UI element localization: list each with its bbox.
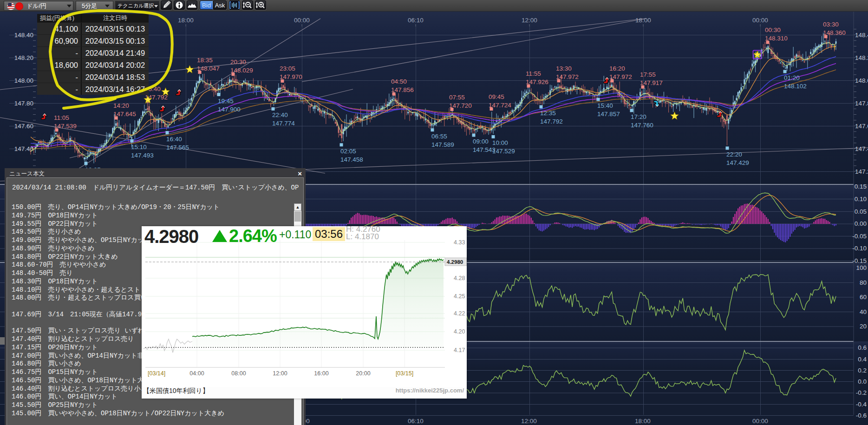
svg-text:147.972: 147.972 bbox=[609, 73, 632, 80]
svg-text:147.565: 147.565 bbox=[166, 144, 189, 151]
svg-text:147.917: 147.917 bbox=[640, 79, 663, 86]
svg-text:15:10: 15:10 bbox=[131, 144, 147, 150]
svg-text:4.2980: 4.2980 bbox=[447, 259, 463, 265]
svg-text:147.900: 147.900 bbox=[218, 106, 241, 113]
svg-text:09:45: 09:45 bbox=[489, 93, 504, 100]
svg-text:148.40: 148.40 bbox=[855, 32, 868, 39]
svg-text:17:55: 17:55 bbox=[640, 71, 656, 78]
svg-text:00:00: 00:00 bbox=[294, 17, 310, 24]
svg-text:147.529: 147.529 bbox=[492, 148, 515, 155]
svg-text:0.6: 0.6 bbox=[858, 344, 867, 351]
svg-text:01:20: 01:20 bbox=[784, 74, 800, 81]
svg-text:04:50: 04:50 bbox=[391, 78, 407, 85]
svg-text:4.22: 4.22 bbox=[454, 310, 465, 317]
svg-text:148.029: 148.029 bbox=[230, 67, 253, 74]
svg-text:16:00: 16:00 bbox=[314, 370, 328, 377]
svg-text:12:00: 12:00 bbox=[273, 370, 287, 377]
svg-text:-0.6: -0.6 bbox=[856, 412, 867, 419]
svg-text:03:30: 03:30 bbox=[823, 21, 839, 28]
svg-text:147.972: 147.972 bbox=[556, 73, 579, 80]
svg-text:148.20: 148.20 bbox=[14, 54, 33, 61]
svg-text:00:30: 00:30 bbox=[765, 26, 781, 33]
svg-text:147.645: 147.645 bbox=[113, 111, 136, 118]
svg-text:22:20: 22:20 bbox=[726, 151, 742, 158]
svg-text:20:30: 20:30 bbox=[230, 59, 246, 65]
svg-text:147.856: 147.856 bbox=[391, 86, 414, 93]
svg-text:08:00: 08:00 bbox=[231, 370, 246, 377]
svg-text:148.00: 148.00 bbox=[14, 77, 33, 84]
svg-text:148.310: 148.310 bbox=[765, 35, 788, 42]
svg-text:148.047: 148.047 bbox=[197, 65, 220, 72]
svg-text:04:00: 04:00 bbox=[189, 370, 204, 377]
svg-text:147.493: 147.493 bbox=[131, 152, 154, 159]
svg-text:-0.10: -0.10 bbox=[852, 245, 867, 252]
svg-text:148.102: 148.102 bbox=[784, 83, 807, 90]
svg-text:06:55: 06:55 bbox=[431, 133, 447, 140]
svg-text:16:20: 16:20 bbox=[609, 65, 625, 72]
svg-text:06:10: 06:10 bbox=[408, 17, 424, 24]
svg-text:20: 20 bbox=[860, 323, 867, 330]
svg-text:4.25: 4.25 bbox=[454, 293, 465, 300]
svg-text:147.774: 147.774 bbox=[272, 120, 295, 127]
svg-text:147.80: 147.80 bbox=[14, 100, 33, 107]
svg-text:00:00: 00:00 bbox=[752, 418, 768, 425]
svg-text:10:00: 10:00 bbox=[492, 139, 508, 146]
svg-text:147.80: 147.80 bbox=[855, 100, 868, 107]
svg-text:147.792: 147.792 bbox=[540, 118, 563, 125]
svg-text:147.724: 147.724 bbox=[489, 102, 511, 109]
svg-text:147.539: 147.539 bbox=[54, 123, 77, 130]
svg-text:13:30: 13:30 bbox=[556, 65, 572, 72]
svg-text:07:55: 07:55 bbox=[449, 94, 465, 101]
svg-text:148.360: 148.360 bbox=[823, 29, 846, 36]
svg-text:0.4: 0.4 bbox=[858, 356, 867, 363]
svg-text:06:10: 06:10 bbox=[408, 418, 424, 425]
svg-text:17:20: 17:20 bbox=[631, 113, 646, 120]
svg-text:23:05: 23:05 bbox=[280, 65, 295, 72]
svg-text:0.00: 0.00 bbox=[855, 220, 867, 227]
svg-text:00:00: 00:00 bbox=[752, 17, 768, 24]
svg-text:60: 60 bbox=[860, 294, 867, 301]
svg-text:147.760: 147.760 bbox=[631, 122, 653, 129]
svg-text:11:05: 11:05 bbox=[54, 114, 69, 121]
svg-text:0.2: 0.2 bbox=[858, 367, 867, 374]
svg-text:0.10: 0.10 bbox=[855, 196, 867, 203]
svg-text:147.40: 147.40 bbox=[855, 145, 868, 152]
svg-text:15:40: 15:40 bbox=[597, 102, 613, 109]
svg-text:11:55: 11:55 bbox=[526, 70, 541, 77]
svg-text:20:00: 20:00 bbox=[356, 370, 370, 377]
svg-text:18:00: 18:00 bbox=[635, 418, 651, 425]
svg-text:4.20: 4.20 bbox=[454, 328, 465, 335]
svg-text:147.589: 147.589 bbox=[431, 141, 454, 148]
svg-text:148.40: 148.40 bbox=[14, 32, 33, 39]
svg-text:-0.05: -0.05 bbox=[852, 233, 867, 240]
svg-text:†: † bbox=[833, 45, 836, 50]
svg-text:4.33: 4.33 bbox=[454, 239, 465, 246]
svg-text:4.17: 4.17 bbox=[454, 347, 465, 353]
svg-text:147.60: 147.60 bbox=[855, 123, 868, 130]
svg-text:16:40: 16:40 bbox=[166, 136, 182, 143]
svg-text:-0.2: -0.2 bbox=[856, 389, 867, 396]
svg-text:0.05: 0.05 bbox=[855, 208, 867, 215]
svg-text:[03/14]: [03/14] bbox=[148, 370, 165, 377]
svg-text:147.970: 147.970 bbox=[280, 73, 302, 80]
svg-text:147.458: 147.458 bbox=[340, 156, 363, 163]
svg-text:02:05: 02:05 bbox=[340, 148, 356, 155]
svg-text:[03/15]: [03/15] bbox=[396, 370, 413, 377]
svg-text:12:00: 12:00 bbox=[521, 418, 537, 425]
svg-text:147.20: 147.20 bbox=[855, 168, 868, 175]
svg-text:22:40: 22:40 bbox=[272, 111, 288, 118]
svg-text:18:00: 18:00 bbox=[178, 17, 194, 24]
svg-text:148.20: 148.20 bbox=[855, 54, 868, 61]
svg-text:0.15: 0.15 bbox=[855, 183, 867, 190]
svg-text:-0.15: -0.15 bbox=[852, 257, 867, 264]
svg-text:-0.4: -0.4 bbox=[856, 401, 867, 408]
svg-text:09:00: 09:00 bbox=[473, 138, 489, 145]
svg-text:40: 40 bbox=[860, 308, 867, 315]
svg-text:18:35: 18:35 bbox=[197, 57, 213, 64]
svg-text:80: 80 bbox=[860, 279, 867, 286]
svg-text:147.429: 147.429 bbox=[726, 159, 749, 166]
svg-text:19:45: 19:45 bbox=[218, 98, 234, 105]
svg-text:0.0: 0.0 bbox=[858, 378, 867, 385]
svg-text:12:00: 12:00 bbox=[522, 17, 537, 24]
svg-text:100: 100 bbox=[856, 264, 867, 271]
